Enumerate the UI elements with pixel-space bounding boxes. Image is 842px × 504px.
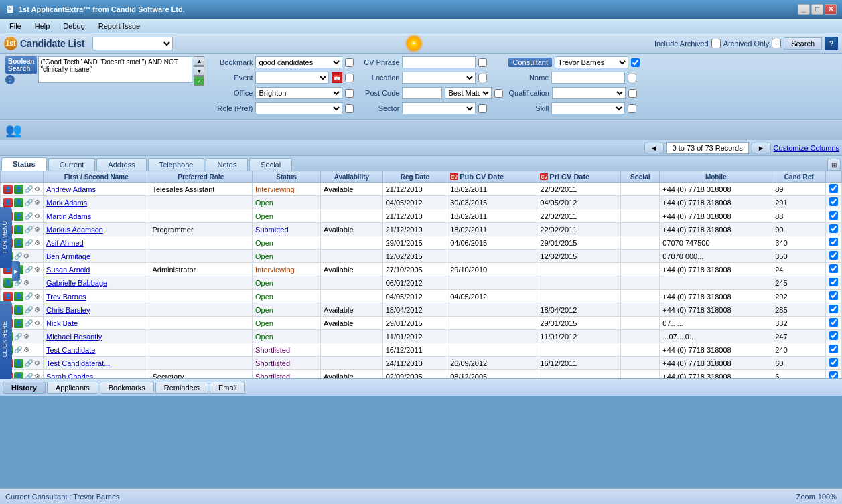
cell-checkbox[interactable] xyxy=(826,357,842,370)
tab-address[interactable]: Address xyxy=(96,158,146,171)
link-icon[interactable]: 🔗 xyxy=(25,185,33,193)
office-select[interactable]: Brighton xyxy=(255,87,342,99)
link-icon[interactable]: 🔗 xyxy=(14,333,22,340)
gear-icon[interactable]: ⚙ xyxy=(34,373,40,378)
table-row[interactable]: 👤 👤 🔗 ⚙ Nick Bate Open Available 29/01/2… xyxy=(1,317,842,330)
person-icon-green[interactable]: 👤 xyxy=(14,225,23,234)
person-icon-green[interactable]: 👤 xyxy=(14,305,23,315)
consultant-label[interactable]: Consultant xyxy=(508,58,552,67)
consultant-select[interactable]: Trevor Barnes xyxy=(555,56,628,68)
columns-icon[interactable]: ⊞ xyxy=(827,159,841,171)
table-row[interactable]: 👤 🔗 ⚙ Gabrielle Babbage Open 06/01/2012 … xyxy=(1,276,842,290)
cell-checkbox[interactable] xyxy=(826,236,842,250)
customize-columns-link[interactable]: Customize Columns xyxy=(774,144,839,152)
expand-arrow[interactable]: ► xyxy=(12,261,20,281)
skill-select[interactable] xyxy=(551,102,625,114)
table-row[interactable]: 👤 🔗 ⚙ Ben Armitage Open 12/02/2015 12/02… xyxy=(1,250,842,263)
person-icon-green[interactable]: 👤 xyxy=(14,212,23,221)
gear-icon[interactable]: ⚙ xyxy=(34,266,40,273)
table-row[interactable]: 👤 👤 🔗 ⚙ Sarah Charles Secretary Shortlis… xyxy=(1,370,842,379)
qualification-checkbox[interactable] xyxy=(628,89,637,98)
link-icon[interactable]: 🔗 xyxy=(25,212,33,220)
table-row[interactable]: 👤 🔗 ⚙ Michael Besantly Open 11/01/2012 1… xyxy=(1,330,842,343)
cell-checkbox[interactable] xyxy=(826,343,842,357)
cell-name[interactable]: Asif Ahmed xyxy=(44,236,149,250)
location-select[interactable] xyxy=(402,72,476,84)
event-icon[interactable]: 📅 xyxy=(332,72,342,83)
help-button[interactable]: ? xyxy=(825,37,838,50)
archived-only-checkbox[interactable] xyxy=(772,39,781,48)
link-icon[interactable]: 🔗 xyxy=(25,239,33,246)
gear-icon[interactable]: ⚙ xyxy=(34,226,40,233)
table-row[interactable]: 👤 👤 🔗 ⚙ Asif Ahmed Open 29/01/2015 04/06… xyxy=(1,236,842,250)
menu-help[interactable]: Help xyxy=(28,21,57,31)
menu-report-issue[interactable]: Report Issue xyxy=(92,21,147,31)
maximize-button[interactable]: □ xyxy=(811,4,823,15)
cv-phrase-input[interactable] xyxy=(402,56,476,68)
table-row[interactable]: 👤 👤 🔗 ⚙ Andrew Adams Telesales Assistant… xyxy=(1,183,842,196)
name-checkbox[interactable] xyxy=(628,74,636,82)
click-here-panel[interactable]: CLICK HERE xyxy=(0,301,12,379)
col-pricv-header[interactable]: CV Pri CV Date xyxy=(537,171,621,183)
boolean-help-icon[interactable]: ? xyxy=(5,75,15,84)
event-select[interactable] xyxy=(255,72,329,84)
cell-checkbox[interactable] xyxy=(826,330,842,343)
person-icon-green[interactable]: 👤 xyxy=(14,198,23,207)
gear-icon[interactable]: ⚙ xyxy=(23,346,29,353)
gear-icon[interactable]: ⚙ xyxy=(34,359,40,367)
search-button[interactable]: Search xyxy=(784,37,822,50)
sector-select[interactable] xyxy=(402,102,476,114)
link-icon[interactable]: 🔗 xyxy=(25,266,33,273)
person-icon-green[interactable]: 👤 xyxy=(3,278,13,288)
link-icon[interactable]: 🔗 xyxy=(25,359,33,367)
skill-checkbox[interactable] xyxy=(628,104,636,113)
post-code-input[interactable] xyxy=(402,87,442,99)
col-regdate-header[interactable]: Reg Date xyxy=(382,171,447,183)
gear-icon[interactable]: ⚙ xyxy=(34,292,40,300)
person-icon-green[interactable]: 👤 xyxy=(14,238,23,248)
cell-checkbox[interactable] xyxy=(826,317,842,330)
prev-page-button[interactable]: ◄ xyxy=(644,143,664,153)
person-icon-red[interactable]: 👤 xyxy=(3,185,13,194)
person-icon-green[interactable]: 👤 xyxy=(14,292,23,301)
col-name-header[interactable]: First / Second Name xyxy=(44,171,149,183)
bottom-tab-email[interactable]: Email xyxy=(210,382,246,394)
person-icon-green[interactable]: 👤 xyxy=(14,185,23,194)
cell-name[interactable]: Trev Barnes xyxy=(44,290,149,303)
cell-name[interactable]: Markus Adamson xyxy=(44,223,149,236)
table-row[interactable]: 👤 👤 🔗 ⚙ Chris Barsley Open Available 18/… xyxy=(1,303,842,317)
bottom-tab-reminders[interactable]: Reminders xyxy=(155,382,208,394)
col-status-header[interactable]: Status xyxy=(253,171,321,183)
cell-name[interactable]: Martin Adams xyxy=(44,209,149,223)
post-code-match[interactable]: Best Match xyxy=(445,87,492,99)
gear-icon[interactable]: ⚙ xyxy=(23,279,29,286)
link-icon[interactable]: 🔗 xyxy=(25,292,33,300)
role-pref-select[interactable] xyxy=(255,102,342,114)
person-icon-red[interactable]: 👤 xyxy=(3,292,13,301)
location-checkbox[interactable] xyxy=(478,74,487,82)
link-icon[interactable]: 🔗 xyxy=(14,252,22,260)
cv-phrase-checkbox[interactable] xyxy=(478,58,487,67)
next-page-button[interactable]: ► xyxy=(752,143,771,153)
bookmark-checkbox[interactable] xyxy=(345,58,354,67)
person-icon-green[interactable]: 👤 xyxy=(14,372,23,379)
table-row[interactable]: 👤 👤 🔗 ⚙ Mark Adams Open 04/05/2012 30/03… xyxy=(1,196,842,209)
link-icon[interactable]: 🔗 xyxy=(25,226,33,233)
bottom-tab-applicants[interactable]: Applicants xyxy=(47,382,98,394)
cell-checkbox[interactable] xyxy=(826,250,842,263)
person-icon-green[interactable]: 👤 xyxy=(14,359,23,368)
tab-current[interactable]: Current xyxy=(48,158,96,171)
cell-name[interactable]: Ben Armitage xyxy=(44,250,149,263)
cell-checkbox[interactable] xyxy=(826,276,842,290)
cell-checkbox[interactable] xyxy=(826,223,842,236)
event-checkbox[interactable] xyxy=(345,74,354,82)
cell-name[interactable]: Gabrielle Babbage xyxy=(44,276,149,290)
col-ref-header[interactable]: Cand Ref xyxy=(772,171,826,183)
table-row[interactable]: 👤 🔗 ⚙ Test Candidate Shortlisted 16/12/2… xyxy=(1,343,842,357)
col-role-header[interactable]: Preferred Role xyxy=(149,171,253,183)
tab-telephone[interactable]: Telephone xyxy=(148,158,205,171)
gear-icon[interactable]: ⚙ xyxy=(34,185,40,193)
gear-icon[interactable]: ⚙ xyxy=(23,252,29,260)
cell-name[interactable]: Nick Bate xyxy=(44,317,149,330)
close-button[interactable]: ✕ xyxy=(825,4,837,15)
